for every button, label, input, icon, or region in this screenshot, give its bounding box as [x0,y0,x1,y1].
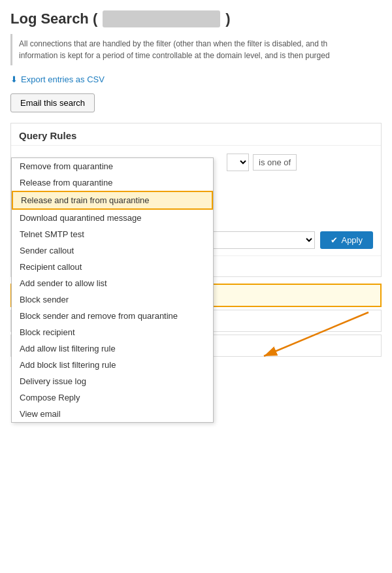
menu-item-block-recipient[interactable]: Block recipient [12,324,213,340]
page-description: All connections that are handled by the … [10,34,382,65]
menu-item-add-sender-allow[interactable]: Add sender to allow list [12,275,213,291]
menu-item-compose-reply[interactable]: Compose Reply [12,389,213,406]
menu-item-delivery-issue-log[interactable]: Delivery issue log [12,373,213,389]
menu-item-add-block-filter[interactable]: Add block list filtering rule [12,357,213,373]
export-csv-label: Export entries as CSV [21,74,105,84]
apply-label: Apply [341,235,363,245]
menu-item-download-quarantined[interactable]: Download quarantined message [12,210,213,226]
menu-item-block-sender[interactable]: Block sender [12,291,213,308]
description-line-2: information is kept for a period of time… [19,50,375,61]
is-one-of-label: is one of [253,154,297,171]
query-rules-title: Query Rules [11,123,381,146]
download-icon: ⬇ [10,74,18,84]
title-suffix: ) [225,10,230,27]
menu-item-release-train-quarantine[interactable]: Release and train from quarantine [12,191,213,210]
query-rules-section: Query Rules Remove from quarantine Relea… [10,123,382,277]
menu-item-add-allow-filter[interactable]: Add allow list filtering rule [12,340,213,357]
menu-item-view-email[interactable]: View email [12,406,213,422]
menu-item-block-sender-remove[interactable]: Block sender and remove from quarantine [12,308,213,324]
page-title: Log Search ( ) [10,10,382,27]
menu-item-sender-callout[interactable]: Sender callout [12,242,213,259]
menu-item-telnet-smtp[interactable]: Telnet SMTP test [12,226,213,242]
rules-field-select[interactable] [227,154,249,171]
description-line-1: All connections that are handled by the … [19,38,375,50]
title-redacted-bar [103,10,220,27]
title-text: Log Search ( [10,10,97,27]
apply-button[interactable]: ✔ Apply [320,231,373,249]
menu-item-remove-quarantine[interactable]: Remove from quarantine [12,158,213,174]
export-csv-link[interactable]: ⬇ Export entries as CSV [10,74,105,84]
email-search-button[interactable]: Email this search [10,93,95,112]
check-icon: ✔ [331,235,338,245]
action-dropdown-menu: Remove from quarantine Release from quar… [11,157,214,423]
menu-item-release-quarantine[interactable]: Release from quarantine [12,174,213,191]
menu-item-recipient-callout[interactable]: Recipient callout [12,259,213,275]
